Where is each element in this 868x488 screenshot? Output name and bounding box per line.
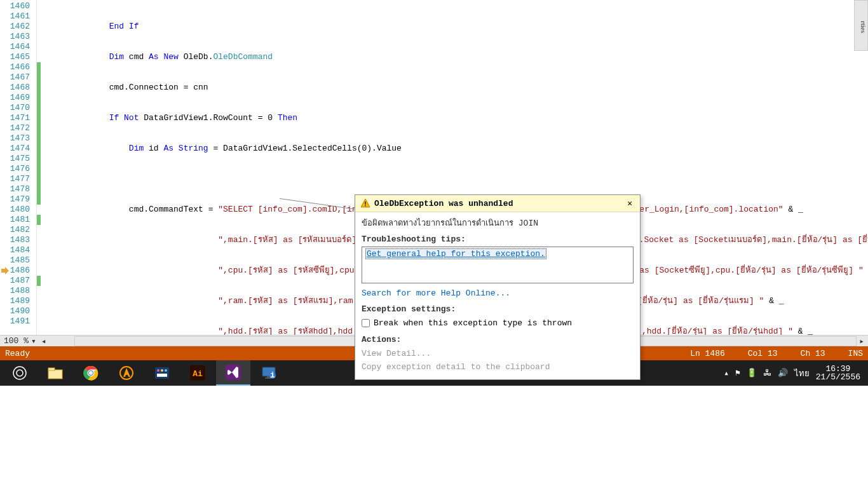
svg-text:i: i <box>270 370 275 380</box>
status-col: Col 13 <box>748 349 778 358</box>
status-ins: INS <box>848 349 863 358</box>
code-token: End If <box>109 22 139 31</box>
language-indicator[interactable]: ไทย <box>794 367 810 380</box>
svg-point-3 <box>17 370 23 376</box>
exception-message: ข้อผิดพลาดทางไวยากรณ์ในการดำเนินการ JOIN <box>362 216 634 229</box>
editor-margin <box>37 0 47 335</box>
view-detail-link[interactable]: View Detail... <box>362 347 634 360</box>
svg-rect-10 <box>155 367 169 379</box>
explorer-task-icon[interactable] <box>38 360 72 386</box>
illustrator-task-icon[interactable]: Ai <box>180 360 215 386</box>
search-online-link[interactable]: Search for more Help Online... <box>362 288 634 298</box>
svg-point-8 <box>89 371 93 375</box>
system-tray[interactable]: ▴ ⚑ 🔋 🖧 🔊 ไทย 16:39 21/5/2556 <box>724 365 865 381</box>
volume-icon[interactable]: 🔊 <box>778 368 788 378</box>
clock[interactable]: 16:39 21/5/2556 <box>816 365 860 381</box>
svg-rect-11 <box>157 374 167 377</box>
status-ready: Ready <box>5 349 30 358</box>
status-char: Ch 13 <box>801 349 825 358</box>
status-line: Ln 1486 <box>690 349 725 358</box>
power-icon[interactable]: 🔋 <box>747 368 757 378</box>
close-button[interactable]: ✕ <box>625 198 635 208</box>
exception-settings-heading: Exception settings: <box>362 304 634 314</box>
network-icon[interactable]: 🖧 <box>763 369 771 378</box>
troubleshooting-heading: Troubleshooting tips: <box>362 234 634 244</box>
zoom-dropdown-icon[interactable]: ▾ <box>31 336 36 346</box>
svg-rect-4 <box>48 370 62 379</box>
visual-studio-task-icon[interactable] <box>216 360 250 386</box>
break-label: Break when this exception type is thrown <box>374 318 572 328</box>
svg-point-2 <box>13 367 26 379</box>
exception-title: OleDbException was unhandled <box>374 199 621 208</box>
chrome-task-icon[interactable] <box>74 360 108 386</box>
monitor-task-icon[interactable]: i <box>252 360 286 386</box>
general-help-link[interactable]: Get general help for this exception. <box>365 248 546 259</box>
svg-point-13 <box>161 369 163 372</box>
warning-icon <box>360 198 370 208</box>
svg-text:Ai: Ai <box>193 369 203 379</box>
zoom-level[interactable]: 100 % <box>4 336 29 346</box>
svg-rect-0 <box>365 201 366 205</box>
start-button[interactable] <box>3 360 37 386</box>
aimp-task-icon[interactable] <box>109 360 144 386</box>
pot-task-icon[interactable] <box>145 360 179 386</box>
copy-detail-link[interactable]: Copy exception detail to the clipboard <box>362 360 634 376</box>
current-line-arrow-icon <box>1 267 9 274</box>
flag-icon[interactable]: ⚑ <box>735 368 740 378</box>
svg-rect-5 <box>48 368 55 370</box>
properties-tab[interactable]: rties <box>854 0 868 51</box>
exception-popup: OleDbException was unhandled ✕ ข้อผิดพลา… <box>355 194 641 380</box>
line-gutter: 1460146114621463146414651466146714681469… <box>0 0 37 335</box>
code-editor: 1460146114621463146414651466146714681469… <box>0 0 868 335</box>
actions-heading: Actions: <box>362 335 634 344</box>
svg-point-12 <box>157 369 159 372</box>
tray-chevron-icon[interactable]: ▴ <box>724 368 729 378</box>
break-checkbox[interactable] <box>362 319 370 327</box>
svg-rect-1 <box>365 205 366 207</box>
help-list[interactable]: Get general help for this exception. <box>362 247 634 283</box>
svg-point-14 <box>165 369 167 372</box>
